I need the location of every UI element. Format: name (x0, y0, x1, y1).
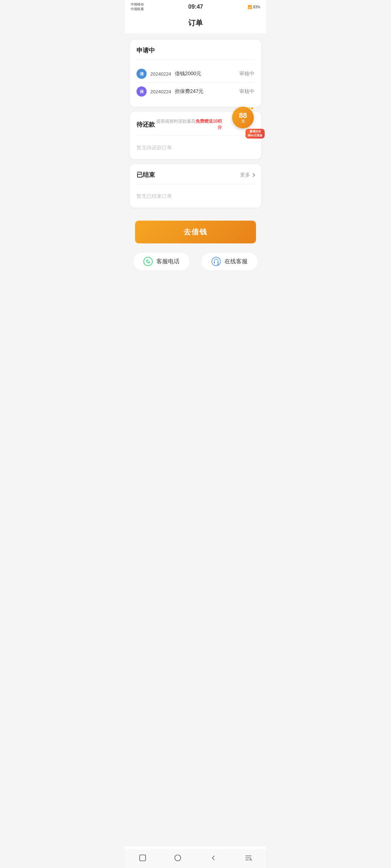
order-info-borrow: 20240224 借钱2000元 (150, 71, 239, 77)
phone-icon (143, 257, 153, 266)
svg-point-11 (175, 855, 181, 861)
svg-rect-3 (217, 262, 218, 263)
badge-number: 88 (239, 112, 247, 119)
online-service-label: 在线客服 (224, 258, 248, 265)
ended-card: 已结束 更多 暂无已结束订单 (130, 164, 261, 208)
page-header: 订单 (125, 13, 266, 34)
online-service-button[interactable]: 在线客服 (201, 252, 258, 271)
awaiting-title: 待还款 (136, 120, 155, 129)
badge-unit: 元 (241, 119, 245, 124)
service-row: 客服电话 在线客服 (125, 245, 266, 275)
borrow-status: 审核中 (239, 71, 255, 77)
go-borrow-button[interactable]: 去借钱 (135, 221, 256, 243)
order-item-borrow[interactable]: 借 20240224 借钱2000元 审核中 (136, 65, 255, 82)
divider-1 (136, 60, 255, 60)
back-button[interactable] (208, 853, 218, 863)
svg-point-1 (212, 257, 220, 266)
headset-icon (211, 257, 221, 266)
awaiting-repayment-card: 88 元 邀请好友得88元现金 待还款 提前或按时还款最高免费赠送10积分 暂无… (130, 112, 261, 159)
main-content: 申请中 借 20240224 借钱2000元 审核中 保 20240224 担保… (125, 34, 266, 213)
svg-rect-10 (140, 855, 146, 861)
borrow-icon: 借 (136, 69, 147, 79)
order-item-guarantee[interactable]: 保 20240224 担保费247元 审核中 (136, 82, 255, 100)
phone-service-label: 客服电话 (156, 258, 180, 265)
borrow-desc: 借钱2000元 (175, 71, 201, 77)
svg-point-0 (144, 257, 152, 266)
carrier-info: 中国移动 中国联通 (131, 2, 144, 12)
order-info-guarantee: 20240224 担保费247元 (150, 88, 239, 95)
borrow-btn-container: 去借钱 (125, 213, 266, 245)
circle-button[interactable] (173, 853, 183, 863)
borrow-date: 20240224 (150, 71, 171, 77)
awaiting-empty: 暂无待还款订单 (136, 141, 255, 153)
status-icons: 📶 83% (248, 5, 260, 9)
more-link[interactable]: 更多 (240, 172, 255, 178)
badge-dot-1 (249, 107, 251, 109)
clock: 09:47 (188, 4, 203, 10)
free-text: 免费赠送10积分 (196, 119, 222, 130)
guarantee-status: 审核中 (239, 88, 255, 95)
menu-button[interactable] (243, 853, 253, 863)
pending-application-card: 申请中 借 20240224 借钱2000元 审核中 保 20240224 担保… (130, 40, 261, 107)
divider-3 (136, 184, 255, 184)
ended-title: 已结束 (136, 171, 155, 179)
android-nav-bar (125, 849, 266, 868)
guarantee-date: 20240224 (150, 89, 171, 94)
guarantee-desc: 担保费247元 (175, 88, 203, 95)
page-title: 订单 (125, 18, 266, 28)
invite-badge[interactable]: 88 元 邀请好友得88元现金 (232, 107, 265, 139)
svg-rect-2 (214, 262, 215, 263)
ended-header: 已结束 更多 (136, 171, 255, 179)
badge-label: 邀请好友得88元现金 (245, 129, 265, 139)
phone-service-button[interactable]: 客服电话 (133, 252, 190, 271)
guarantee-icon: 保 (136, 86, 147, 97)
square-button[interactable] (138, 853, 148, 863)
badge-dot-2 (251, 107, 253, 109)
ended-empty: 暂无已结束订单 (136, 190, 255, 201)
chevron-right-icon (251, 173, 255, 177)
badge-circle: 88 元 (232, 107, 254, 128)
status-bar: 中国移动 中国联通 09:47 📶 83% (125, 0, 266, 13)
pending-application-title: 申请中 (136, 46, 255, 55)
